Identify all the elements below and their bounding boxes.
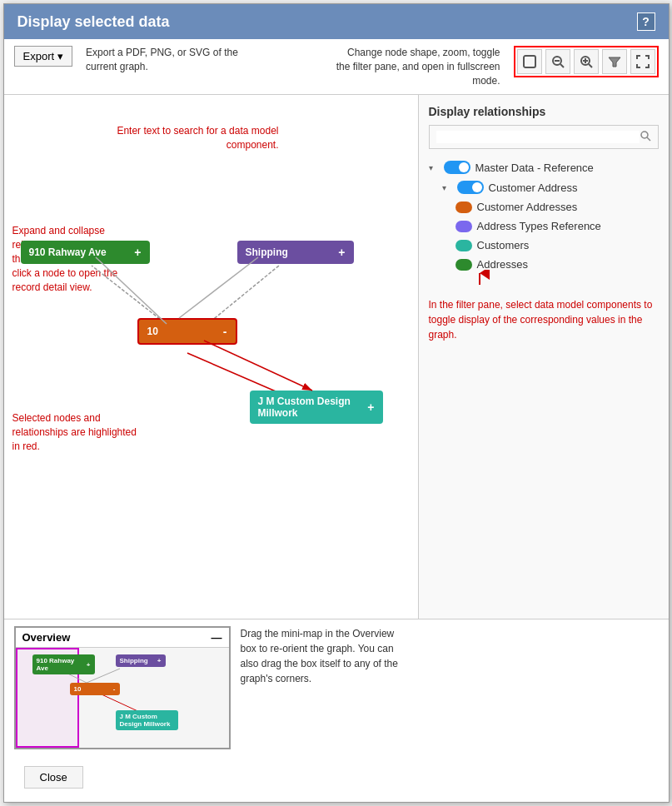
dialog: Display selected data ? Export ▾ Export … (3, 3, 670, 803)
customer-addresses-label: Customer Addresses (477, 201, 578, 213)
shape-button[interactable] (517, 49, 542, 74)
overview-header: Overview — (16, 628, 229, 648)
overview-title: Overview (22, 631, 71, 644)
customers-label: Customers (477, 239, 530, 251)
svg-line-16 (179, 257, 258, 318)
export-button[interactable]: Export ▾ (14, 46, 73, 67)
ten-label: 10 (147, 326, 158, 337)
tree-item-customer-addresses[interactable]: Customer Addresses (429, 197, 659, 216)
right-panel: Display relationships ▾ Master Data - Re… (419, 95, 669, 619)
overview-annotation: Drag the mini-map in the Overview box to… (241, 626, 407, 686)
addresses-label: Addresses (477, 258, 528, 271)
svg-line-2 (560, 64, 564, 67)
dot-customers (455, 240, 472, 251)
filter-annotation: In the filter pane, select data model co… (429, 297, 659, 342)
svg-rect-0 (524, 56, 535, 67)
shipping-label: Shipping (246, 246, 288, 258)
search-input[interactable] (436, 131, 640, 143)
shipping-node[interactable]: Shipping + (237, 241, 354, 264)
export-description: Export a PDF, PNG, or SVG of the current… (86, 46, 252, 74)
rahway-node[interactable]: 910 Rahway Ave + (21, 241, 150, 264)
dialog-title: Display selected data (17, 13, 170, 31)
svg-point-17 (641, 132, 648, 138)
tree-item-address-types[interactable]: Address Types Reference (429, 216, 659, 236)
zoom-out-button[interactable] (545, 49, 570, 74)
dot-customer-addresses (455, 202, 472, 213)
ten-node[interactable]: 10 - (137, 318, 237, 345)
panel-title: Display relationships (429, 105, 659, 118)
dot-address-types (455, 221, 472, 232)
tree-item-customer-address[interactable]: ▾ Customer Address (429, 177, 659, 197)
graph-connections (4, 95, 418, 619)
mini-shipping: Shipping+ (116, 654, 166, 667)
title-bar: Display selected data ? (4, 4, 669, 39)
tree-item-customers[interactable]: Customers (429, 236, 659, 255)
zoom-in-button[interactable] (574, 49, 599, 74)
selected-hint: Selected nodes and relationships are hig… (12, 411, 146, 453)
search-hint: Enter text to search for a data model co… (87, 124, 279, 152)
mini-jm: J M Custom Design Millwork (116, 710, 178, 730)
toggle-master-data[interactable] (444, 161, 470, 174)
chevron-customer-address: ▾ (442, 183, 452, 192)
graph-red-lines (4, 95, 418, 619)
close-button[interactable]: Close (24, 766, 83, 789)
overview-box: Overview — 910 Rahway Ave+ Shipping+ (14, 626, 231, 749)
ten-collapse[interactable]: - (223, 325, 227, 338)
tree-item-master-data[interactable]: ▾ Master Data - Reference (429, 157, 659, 177)
tree-item-addresses[interactable]: Addresses (429, 255, 659, 274)
rahway-label: 910 Rahway Ave (29, 246, 107, 258)
address-types-label: Address Types Reference (477, 220, 601, 232)
toolbar-right-description: Change node shape, zoom, toggle the filt… (334, 46, 500, 87)
graph-area[interactable]: Enter text to search for a data model co… (4, 95, 419, 619)
main-content: Enter text to search for a data model co… (4, 95, 669, 619)
svg-marker-8 (609, 57, 620, 67)
fullscreen-button[interactable] (630, 49, 655, 74)
jm-expand[interactable]: + (367, 401, 374, 414)
chevron-master-data: ▾ (429, 163, 439, 172)
svg-line-5 (589, 64, 592, 67)
jm-node[interactable]: J M Custom Design Millwork + (250, 391, 383, 424)
search-icon (640, 130, 651, 144)
overview-content[interactable]: 910 Rahway Ave+ Shipping+ 10- J M Custom… (16, 648, 229, 748)
help-button[interactable]: ? (637, 12, 655, 31)
shipping-expand[interactable]: + (338, 246, 345, 259)
search-box[interactable] (429, 125, 659, 149)
jm-label: J M Custom Design Millwork (258, 396, 368, 419)
close-area: Close (4, 756, 669, 802)
rahway-expand[interactable]: + (134, 246, 141, 259)
chevron-down-icon: ▾ (57, 50, 63, 62)
svg-line-14 (204, 341, 312, 391)
master-data-label: Master Data - Reference (475, 162, 594, 174)
toggle-customer-address[interactable] (457, 181, 484, 194)
svg-line-18 (647, 137, 650, 141)
filter-button[interactable] (602, 49, 627, 74)
mini-rahway: 910 Rahway Ave+ (32, 654, 95, 674)
bottom-section: Overview — 910 Rahway Ave+ Shipping+ (4, 619, 669, 756)
toolbar: Export ▾ Export a PDF, PNG, or SVG of th… (4, 39, 669, 95)
customer-address-label: Customer Address (489, 182, 578, 194)
dot-addresses (455, 259, 472, 271)
mini-ten: 10- (70, 683, 120, 695)
minimize-button[interactable]: — (212, 631, 222, 644)
icon-buttons-group (514, 46, 659, 77)
